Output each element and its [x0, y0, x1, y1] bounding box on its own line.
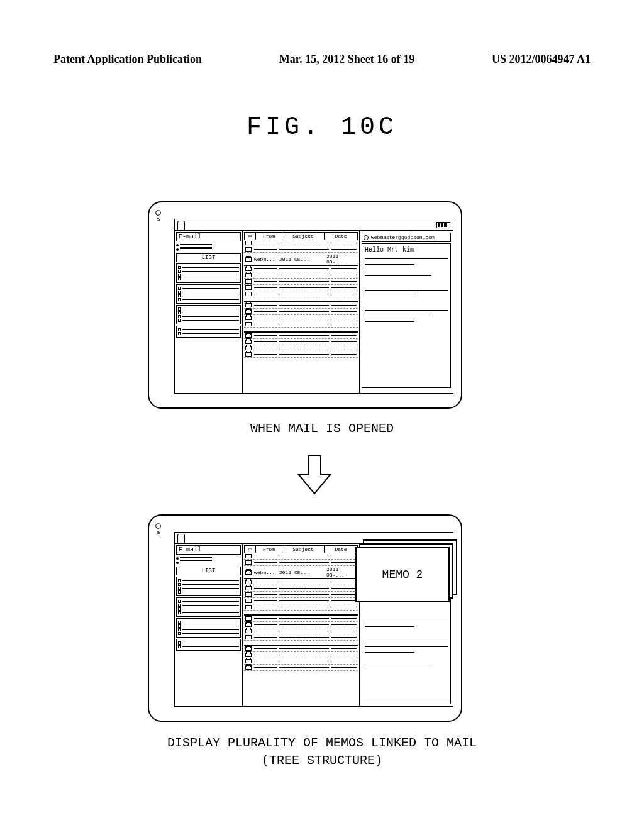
envelope-open-icon [245, 646, 252, 651]
mail-row[interactable] [244, 658, 358, 665]
mail-row[interactable] [244, 560, 358, 566]
mail-row[interactable] [244, 291, 358, 297]
mail-row[interactable] [244, 279, 358, 285]
mail-row-selected[interactable]: webm... 2011 CE... 2011-03-... [244, 566, 358, 579]
envelope-icon [245, 247, 252, 252]
memo-stack: MEMO 2 [355, 540, 457, 602]
mail-row[interactable] [244, 351, 358, 358]
page-header: Patent Application Publication Mar. 15, … [53, 53, 591, 66]
envelope-open-icon [245, 653, 252, 657]
sidebar-folder[interactable] [178, 274, 239, 277]
mail-list-header: ▭ From Subject Date [244, 232, 358, 240]
sidebar-folder[interactable] [178, 600, 239, 603]
sidebar-folder[interactable] [178, 583, 239, 586]
sidebar-folder[interactable] [178, 641, 239, 645]
text-line [365, 626, 414, 627]
text-line [365, 667, 431, 667]
sidebar-folder[interactable] [178, 332, 239, 335]
text-line [365, 652, 414, 653]
mail-list-header: ▭ From Subject Date [244, 545, 358, 553]
mail-row[interactable] [244, 646, 358, 652]
envelope-open-icon [245, 570, 252, 575]
sidebar-group [176, 597, 241, 617]
sidebar-folder[interactable] [178, 611, 239, 614]
text-line [365, 621, 448, 621]
reader-greeting: Hello Mr. kim [365, 246, 448, 253]
mail-subject: 2011 CE... [279, 570, 324, 575]
sidebar-folder[interactable] [178, 270, 239, 273]
mail-row-selected[interactable]: webm... 2011 CE... 2011-03-... [244, 253, 358, 266]
envelope-open-icon [245, 580, 252, 584]
mail-row[interactable] [244, 634, 358, 641]
mail-from: webm... [254, 257, 277, 262]
sidebar-folder[interactable] [178, 645, 239, 648]
sidebar-folder[interactable] [178, 632, 239, 635]
camera-dots [155, 210, 161, 221]
sidebar-folder[interactable] [178, 579, 239, 582]
mail-row[interactable] [244, 285, 358, 291]
sidebar-folder[interactable] [178, 294, 239, 297]
camera-dots [155, 523, 161, 534]
sidebar-folder[interactable] [178, 607, 239, 611]
mail-list-pane: ▭ From Subject Date webm... 2011 CE... 2… [243, 544, 360, 706]
sidebar-group [176, 326, 241, 338]
envelope-open-icon [245, 303, 252, 307]
text-line [365, 270, 448, 270]
memo-card-front[interactable]: MEMO 2 [355, 547, 450, 602]
sidebar-folder[interactable] [178, 315, 239, 318]
mail-row[interactable] [244, 302, 358, 309]
sidebar-folder[interactable] [178, 319, 239, 322]
sidebar-folder[interactable] [178, 328, 239, 331]
mail-row[interactable] [244, 592, 358, 598]
sidebar-account-row[interactable] [176, 560, 241, 564]
sidebar-folder[interactable] [178, 587, 239, 590]
mail-row[interactable] [244, 321, 358, 328]
sidebar-list-header: LIST [176, 567, 241, 575]
mail-row[interactable] [244, 315, 358, 321]
mail-row[interactable] [244, 616, 358, 622]
sidebar-folder[interactable] [178, 290, 239, 294]
mail-row[interactable] [244, 604, 358, 611]
mail-row[interactable] [244, 598, 358, 604]
mail-row[interactable] [244, 240, 358, 246]
mail-row[interactable] [244, 628, 358, 634]
mail-row[interactable] [244, 665, 358, 671]
col-date: Date [325, 233, 357, 240]
sidebar-account-row[interactable] [176, 556, 241, 560]
sidebar-folder[interactable] [178, 307, 239, 311]
mail-row[interactable] [244, 622, 358, 628]
envelope-icon [245, 554, 252, 558]
envelope-icon [245, 292, 252, 296]
mail-row[interactable] [244, 266, 358, 272]
text-line [365, 310, 448, 311]
mail-row[interactable] [244, 579, 358, 585]
sidebar-folder[interactable] [178, 590, 239, 594]
mail-row[interactable] [244, 585, 358, 592]
folder-icon: ▭ [245, 546, 256, 553]
mail-row[interactable] [244, 345, 358, 351]
sidebar-account-row[interactable] [176, 243, 241, 246]
envelope-open-icon [245, 665, 252, 670]
mail-row[interactable] [244, 246, 358, 253]
mail-row[interactable] [244, 553, 358, 560]
sidebar-folder[interactable] [178, 266, 239, 269]
envelope-open-icon [245, 659, 252, 663]
sidebar-folder[interactable] [178, 311, 239, 314]
sidebar-account-row[interactable] [176, 247, 241, 251]
mail-row[interactable] [244, 333, 358, 339]
sidebar-folder[interactable] [178, 624, 239, 628]
header-center: Mar. 15, 2012 Sheet 16 of 19 [279, 53, 414, 66]
sidebar-folder[interactable] [178, 628, 239, 631]
mail-row[interactable] [244, 309, 358, 315]
sidebar-folder[interactable] [178, 287, 239, 290]
sidebar-folder[interactable] [178, 277, 239, 280]
email-sidebar: E-mail LIST [175, 544, 243, 706]
mail-row[interactable] [244, 272, 358, 279]
sidebar-folder[interactable] [178, 298, 239, 301]
mail-row[interactable] [244, 339, 358, 345]
text-line [365, 321, 414, 322]
mail-row[interactable] [244, 652, 358, 658]
sidebar-folder[interactable] [178, 621, 239, 624]
sidebar-group [176, 263, 241, 283]
sidebar-folder[interactable] [178, 604, 239, 607]
